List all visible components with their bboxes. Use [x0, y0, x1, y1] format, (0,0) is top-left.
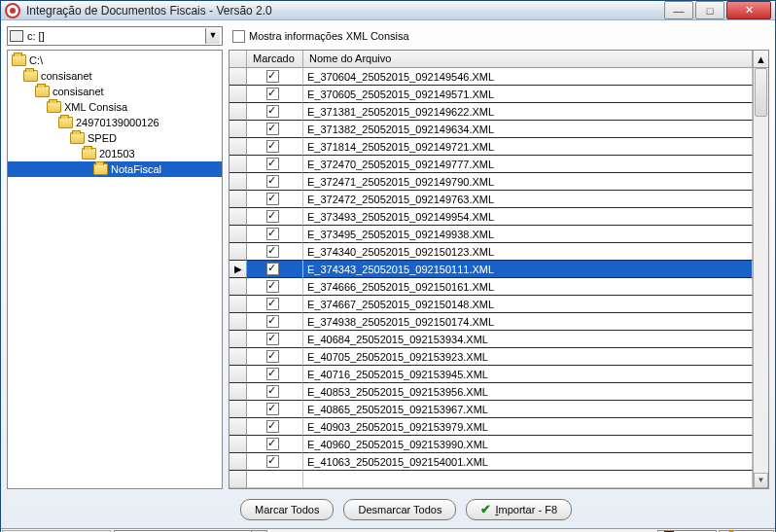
checkbox-icon[interactable]: [266, 210, 279, 223]
checkbox-icon[interactable]: [266, 88, 279, 100]
checkbox-icon[interactable]: [266, 193, 279, 205]
scroll-thumb[interactable]: [755, 68, 767, 117]
table-row[interactable]: E_372470_25052015_092149777.XML: [229, 156, 753, 173]
table-row[interactable]: E_374340_25052015_092150123.XML: [229, 243, 753, 261]
table-row[interactable]: E_370605_25052015_092149571.XML: [229, 86, 753, 103]
minimize-button[interactable]: —: [664, 1, 693, 19]
checkbox-icon[interactable]: [266, 420, 279, 433]
table-row[interactable]: E_371814_25052015_092149721.XML: [229, 138, 753, 156]
table-row[interactable]: E_371382_25052015_092149634.XML: [229, 121, 753, 138]
tree-item[interactable]: consisanet: [8, 84, 222, 99]
table-row[interactable]: E_374938_25052015_092150174.XML: [229, 313, 753, 331]
table-row[interactable]: E_372472_25052015_092149763.XML: [229, 191, 753, 208]
row-checkbox-cell[interactable]: [247, 401, 303, 418]
row-checkbox-cell[interactable]: [247, 331, 303, 348]
row-checkbox-cell[interactable]: [247, 296, 303, 313]
table-row[interactable]: E_373493_25052015_092149954.XML: [229, 208, 753, 226]
checkbox-icon[interactable]: [266, 245, 279, 258]
folder-icon: [70, 132, 85, 144]
column-nome[interactable]: Nome do Arquivo: [303, 51, 753, 67]
close-button[interactable]: ✕: [726, 1, 771, 19]
button-label: Marcar Todos: [255, 504, 319, 515]
row-checkbox-cell[interactable]: [247, 103, 303, 121]
table-row[interactable]: E_374667_25052015_092150148.XML: [229, 296, 753, 313]
filename-cell: E_374340_25052015_092150123.XML: [303, 243, 753, 261]
tree-item[interactable]: C:\: [8, 53, 222, 68]
table-row[interactable]: E_40853_25052015_092153956.XML: [229, 383, 753, 401]
table-row[interactable]: E_370604_25052015_092149546.XML: [229, 68, 753, 86]
table-row[interactable]: E_40684_25052015_092153934.XML: [229, 331, 753, 348]
button-label: Importar - F8: [495, 504, 557, 515]
checkbox-icon[interactable]: [232, 30, 245, 43]
checkbox-icon[interactable]: [266, 280, 279, 293]
table-row[interactable]: E_374666_25052015_092150161.XML: [229, 278, 753, 296]
row-checkbox-cell[interactable]: [247, 138, 303, 156]
maximize-button[interactable]: □: [695, 1, 724, 19]
table-row[interactable]: E_373495_25052015_092149938.XML: [229, 226, 753, 243]
table-row[interactable]: E_40960_25052015_092153990.XML: [229, 436, 753, 453]
row-checkbox-cell[interactable]: [247, 348, 303, 366]
row-checkbox-cell[interactable]: [247, 453, 303, 471]
table-row[interactable]: E_371381_25052015_092149622.XML: [229, 103, 753, 121]
checkbox-icon[interactable]: [266, 228, 279, 240]
checkbox-icon[interactable]: [266, 123, 279, 135]
tree-item[interactable]: NotaFiscal: [8, 161, 222, 177]
row-checkbox-cell[interactable]: [247, 383, 303, 401]
row-checkbox-cell[interactable]: [247, 121, 303, 138]
checkbox-icon[interactable]: [266, 158, 279, 170]
scroll-up-button[interactable]: ▲: [753, 51, 768, 67]
row-checkbox-cell[interactable]: [247, 366, 303, 383]
tree-item[interactable]: 24970139000126: [8, 115, 222, 130]
tree-item[interactable]: XML Consisa: [8, 99, 222, 115]
checkbox-icon[interactable]: [266, 70, 279, 83]
row-checkbox-cell[interactable]: [247, 313, 303, 331]
table-row[interactable]: E_40865_25052015_092153967.XML: [229, 401, 753, 418]
folder-tree[interactable]: C:\consisanetconsisanetXML Consisa249701…: [7, 50, 223, 489]
importar-button[interactable]: ✔ Importar - F8: [466, 499, 572, 520]
desmarcar-todos-button[interactable]: Desmarcar Todos: [343, 499, 456, 520]
checkbox-icon[interactable]: [266, 438, 279, 450]
table-row[interactable]: E_40716_25052015_092153945.XML: [229, 366, 753, 383]
checkbox-icon[interactable]: [266, 350, 279, 363]
column-marcado[interactable]: Marcado: [247, 51, 303, 67]
scroll-track[interactable]: [754, 68, 768, 473]
vertical-scrollbar[interactable]: ▼: [753, 68, 768, 488]
table-row[interactable]: E_372471_25052015_092149790.XML: [229, 173, 753, 191]
table-row[interactable]: E_41063_25052015_092154001.XML: [229, 453, 753, 471]
tree-item[interactable]: 201503: [8, 146, 222, 161]
titlebar[interactable]: Integração de Documentos Fiscais - Versã…: [1, 1, 775, 20]
checkbox-icon[interactable]: [266, 385, 279, 398]
table-row[interactable]: ▶E_374343_25052015_092150111.XML: [229, 261, 753, 278]
show-xml-checkbox[interactable]: Mostra informações XML Consisa: [232, 30, 409, 43]
tree-item[interactable]: SPED: [8, 130, 222, 146]
drive-combo[interactable]: c: [] ▼: [7, 26, 223, 46]
checkbox-icon[interactable]: [266, 298, 279, 310]
scroll-down-button[interactable]: ▼: [754, 473, 768, 488]
checkbox-icon[interactable]: [266, 263, 279, 275]
row-checkbox-cell[interactable]: [247, 436, 303, 453]
row-checkbox-cell[interactable]: [247, 86, 303, 103]
chevron-down-icon[interactable]: ▼: [205, 28, 220, 44]
checkbox-icon[interactable]: [266, 455, 279, 468]
table-row[interactable]: E_40903_25052015_092153979.XML: [229, 418, 753, 436]
row-checkbox-cell[interactable]: [247, 208, 303, 226]
checkbox-icon[interactable]: [266, 368, 279, 380]
checkbox-icon[interactable]: [266, 140, 279, 153]
row-checkbox-cell[interactable]: [247, 68, 303, 86]
row-checkbox-cell[interactable]: [247, 156, 303, 173]
marcar-todos-button[interactable]: Marcar Todos: [240, 499, 334, 520]
row-checkbox-cell[interactable]: [247, 226, 303, 243]
checkbox-icon[interactable]: [266, 175, 279, 188]
checkbox-icon[interactable]: [266, 403, 279, 415]
checkbox-icon[interactable]: [266, 333, 279, 345]
table-row[interactable]: E_40705_25052015_092153923.XML: [229, 348, 753, 366]
tree-item[interactable]: consisanet: [8, 68, 222, 84]
row-checkbox-cell[interactable]: [247, 173, 303, 191]
row-checkbox-cell[interactable]: [247, 278, 303, 296]
row-checkbox-cell[interactable]: [247, 418, 303, 436]
row-checkbox-cell[interactable]: [247, 261, 303, 278]
row-checkbox-cell[interactable]: [247, 243, 303, 261]
row-checkbox-cell[interactable]: [247, 191, 303, 208]
checkbox-icon[interactable]: [266, 105, 279, 118]
checkbox-icon[interactable]: [266, 315, 279, 328]
